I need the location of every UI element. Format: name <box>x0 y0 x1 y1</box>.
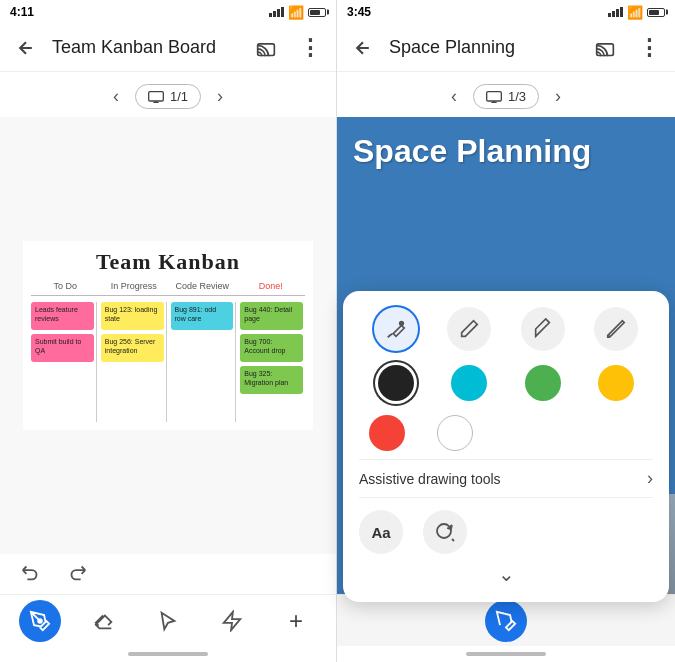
col-label-todo: To Do <box>31 281 100 291</box>
pen-tool-button[interactable] <box>19 600 61 642</box>
left-home-indicator <box>0 646 336 662</box>
right-monitor-icon <box>486 91 502 103</box>
undo-redo-bar <box>0 554 336 594</box>
right-prev-page[interactable]: ‹ <box>443 82 465 111</box>
home-bar <box>128 652 208 656</box>
right-status-bar: 3:45 📶 <box>337 0 675 24</box>
left-back-button[interactable] <box>8 30 44 66</box>
right-home-indicator <box>337 646 675 662</box>
list-item: Submit build to QA <box>31 334 94 362</box>
left-panel: 4:11 📶 Team Kanban Board <box>0 0 337 662</box>
left-status-bar: 4:11 📶 <box>0 0 336 24</box>
color-green[interactable] <box>525 365 561 401</box>
text-tool-button[interactable]: Aa <box>359 510 403 554</box>
right-pen-tool-button[interactable] <box>485 600 527 642</box>
right-toolbar-title: Space Planning <box>389 37 579 58</box>
svg-rect-1 <box>149 91 164 100</box>
color-white[interactable] <box>437 415 473 451</box>
popup-chevron-down-icon[interactable]: ⌄ <box>498 562 515 586</box>
pen-medium[interactable] <box>447 307 491 351</box>
kanban-board-columns: Leads feature reviews Submit build to QA… <box>31 295 305 422</box>
shape-tool-button[interactable] <box>423 510 467 554</box>
signal-icon <box>269 7 284 17</box>
color-black[interactable] <box>378 365 414 401</box>
left-more-button[interactable]: ⋮ <box>292 30 328 66</box>
right-pen-icon <box>495 610 517 632</box>
list-item: Bug 891: odd row care <box>171 302 234 330</box>
lightning-tool-button[interactable] <box>211 600 253 642</box>
color-amber[interactable] <box>598 365 634 401</box>
svg-point-16 <box>437 524 451 538</box>
col-done: Bug 440: Detail page Bug 700: Account dr… <box>240 302 305 422</box>
wifi-icon: 📶 <box>288 5 304 20</box>
right-page-text: 1/3 <box>508 89 526 104</box>
col-todo: Leads feature reviews Submit build to QA <box>31 302 97 422</box>
right-status-icons: 📶 <box>608 5 665 20</box>
pen-fine-icon <box>605 318 627 340</box>
right-home-bar <box>466 652 546 656</box>
pen-thick-icon-bg <box>521 307 565 351</box>
right-page-nav: ‹ 1/3 › <box>337 72 675 117</box>
right-more-button[interactable]: ⋮ <box>631 30 667 66</box>
add-tool-button[interactable]: + <box>275 600 317 642</box>
left-toolbar: Team Kanban Board ⋮ <box>0 24 336 72</box>
right-next-page[interactable]: › <box>547 82 569 111</box>
svg-point-15 <box>399 322 403 326</box>
right-wifi-icon: 📶 <box>627 5 643 20</box>
col-inprogress: Bug 123: loading state Bug 256: Server i… <box>101 302 167 422</box>
col-label-inprogress: In Progress <box>100 281 169 291</box>
list-item: Bug 700: Account drop <box>240 334 303 362</box>
shape-tool-icon <box>433 520 457 544</box>
pen-thick-icon <box>532 318 554 340</box>
col-label-done: Done! <box>237 281 306 291</box>
color-red[interactable] <box>369 415 405 451</box>
col-codereview: Bug 891: odd row care <box>171 302 237 422</box>
redo-button[interactable] <box>62 557 92 592</box>
right-page-indicator: 1/3 <box>473 84 539 109</box>
pen-medium-icon <box>458 318 480 340</box>
pen-fine-icon-bg <box>594 307 638 351</box>
drawing-popup: Assistive drawing tools › Aa ⌄ <box>343 291 669 602</box>
list-item: Leads feature reviews <box>31 302 94 330</box>
undo-button[interactable] <box>16 557 46 592</box>
eraser-tool-button[interactable] <box>83 600 125 642</box>
svg-rect-4 <box>487 91 502 100</box>
kanban-columns-header: To Do In Progress Code Review Done! <box>31 281 305 291</box>
pen-thick[interactable] <box>521 307 565 351</box>
extra-tools-row: Aa <box>359 510 653 554</box>
left-canvas: Team Kanban To Do In Progress Code Revie… <box>0 117 336 554</box>
left-prev-page[interactable]: ‹ <box>105 82 127 111</box>
left-bottom-toolbar: + <box>0 594 336 646</box>
right-toolbar: Space Planning ⋮ <box>337 24 675 72</box>
assistive-drawing-tools-row[interactable]: Assistive drawing tools › <box>359 459 653 498</box>
pen-medium-icon-bg <box>447 307 491 351</box>
assistive-label: Assistive drawing tools <box>359 471 501 487</box>
color-row-1 <box>359 365 653 401</box>
right-battery-icon <box>647 8 665 17</box>
popup-bottom-row: ⌄ <box>359 562 653 586</box>
battery-icon <box>308 8 326 17</box>
right-cast-button[interactable] <box>587 30 623 66</box>
list-item: Bug 256: Server integration <box>101 334 164 362</box>
svg-point-2 <box>38 619 42 623</box>
list-item: Bug 440: Detail page <box>240 302 303 330</box>
kanban-board: Team Kanban To Do In Progress Code Revie… <box>23 241 313 430</box>
list-item: Bug 123: loading state <box>101 302 164 330</box>
col-label-codereview: Code Review <box>168 281 237 291</box>
pen-fountain[interactable] <box>374 307 418 351</box>
left-next-page[interactable]: › <box>209 82 231 111</box>
left-toolbar-title: Team Kanban Board <box>52 37 240 58</box>
right-panel: 3:45 📶 Space Planning <box>337 0 675 662</box>
left-page-nav: ‹ 1/1 › <box>0 72 336 117</box>
right-signal-icon <box>608 7 623 17</box>
slide-title: Space Planning <box>337 117 675 178</box>
assistive-chevron-icon: › <box>647 468 653 489</box>
left-cast-button[interactable] <box>248 30 284 66</box>
right-back-button[interactable] <box>345 30 381 66</box>
pen-row <box>359 307 653 351</box>
pen-fine[interactable] <box>594 307 638 351</box>
color-teal[interactable] <box>451 365 487 401</box>
select-tool-button[interactable] <box>147 600 189 642</box>
monitor-icon <box>148 91 164 103</box>
left-page-indicator: 1/1 <box>135 84 201 109</box>
